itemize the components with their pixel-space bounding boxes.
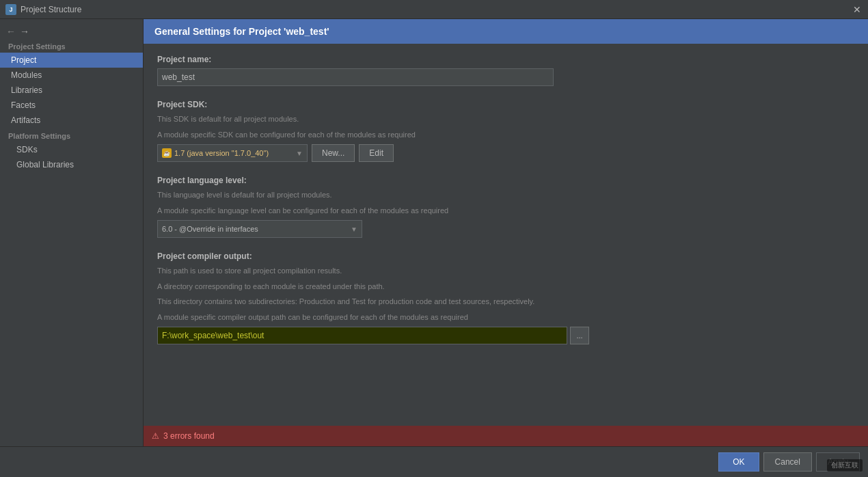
compiler-output-desc2: A directory corresponding to each module… <box>157 281 854 292</box>
project-name-input[interactable] <box>157 68 554 86</box>
browse-button[interactable]: ... <box>570 327 589 344</box>
title-bar: J Project Structure ✕ <box>0 0 868 19</box>
nav-forward-button[interactable]: → <box>19 26 30 37</box>
sdk-dropdown-arrow-icon: ▼ <box>296 150 303 157</box>
project-language-desc1: This language level is default for all p… <box>157 189 854 201</box>
watermark: 创新互联 <box>827 459 863 472</box>
language-dropdown-value: 6.0 - @Override in interfaces <box>162 225 348 233</box>
project-language-desc2: A module specific language level can be … <box>157 205 854 217</box>
error-bar: ⚠ 3 errors found <box>144 426 868 446</box>
nav-back-button[interactable]: ← <box>5 26 16 37</box>
compiler-output-input[interactable] <box>157 327 567 344</box>
sidebar-item-facets[interactable]: Facets <box>0 98 143 113</box>
cancel-button[interactable]: Cancel <box>763 452 812 472</box>
window-title: Project Structure <box>21 5 81 14</box>
project-language-label: Project language level: <box>157 176 854 185</box>
platform-settings-label: Platform Settings <box>0 128 143 142</box>
language-dropdown[interactable]: 6.0 - @Override in interfaces ▼ <box>157 220 362 238</box>
bottom-bar: OK Cancel Apply <box>0 446 868 477</box>
sidebar-item-project[interactable]: Project <box>0 53 143 68</box>
project-sdk-section: Project SDK: This SDK is default for all… <box>157 100 854 162</box>
project-sdk-desc2: A module specific SDK can be configured … <box>157 129 854 141</box>
compiler-output-section: Project compiler output: This path is us… <box>157 251 854 344</box>
ok-button[interactable]: OK <box>718 452 759 472</box>
project-sdk-label: Project SDK: <box>157 100 854 109</box>
project-name-section: Project name: <box>157 55 854 86</box>
project-language-section: Project language level: This language le… <box>157 176 854 238</box>
project-sdk-desc1: This SDK is default for all project modu… <box>157 113 854 125</box>
error-message: 3 errors found <box>163 431 215 441</box>
project-name-label: Project name: <box>157 55 854 64</box>
close-button[interactable]: ✕ <box>852 4 863 15</box>
compiler-output-row: ... <box>157 327 854 344</box>
content-area: ← → Project Settings Project Modules Lib… <box>0 19 868 446</box>
compiler-output-desc3: This directory contains two subdirectori… <box>157 296 854 308</box>
compiler-output-label: Project compiler output: <box>157 251 854 261</box>
sidebar-item-artifacts[interactable]: Artifacts <box>0 113 143 128</box>
app-icon: J <box>5 4 16 15</box>
sdk-dropdown[interactable]: ☕ 1.7 (java version "1.7.0_40") ▼ <box>157 144 308 162</box>
sidebar-item-sdks[interactable]: SDKs <box>0 142 143 157</box>
sdk-row: ☕ 1.7 (java version "1.7.0_40") ▼ New...… <box>157 144 854 162</box>
panel-body: Project name: Project SDK: This SDK is d… <box>144 44 868 426</box>
error-icon: ⚠ <box>152 431 159 441</box>
sidebar-item-libraries[interactable]: Libraries <box>0 83 143 98</box>
sdk-dropdown-value: 1.7 (java version "1.7.0_40") <box>174 149 293 157</box>
main-container: ← → Project Settings Project Modules Lib… <box>0 19 868 477</box>
compiler-output-desc1: This path is used to store all project c… <box>157 265 854 277</box>
sidebar: ← → Project Settings Project Modules Lib… <box>0 19 144 446</box>
main-content: General Settings for Project 'web_test' … <box>144 19 868 446</box>
language-dropdown-arrow-icon: ▼ <box>351 226 357 233</box>
project-settings-label: Project Settings <box>0 38 143 53</box>
panel-header: General Settings for Project 'web_test' <box>144 19 868 44</box>
compiler-output-desc4: A module specific compiler output path c… <box>157 312 854 323</box>
sidebar-nav-row: ← → <box>0 25 143 38</box>
sidebar-item-modules[interactable]: Modules <box>0 68 143 83</box>
sdk-edit-button[interactable]: Edit <box>359 144 394 162</box>
sdk-dropdown-icon: ☕ <box>162 148 172 158</box>
sidebar-item-global-libraries[interactable]: Global Libraries <box>0 157 143 172</box>
sdk-new-button[interactable]: New... <box>312 144 355 162</box>
